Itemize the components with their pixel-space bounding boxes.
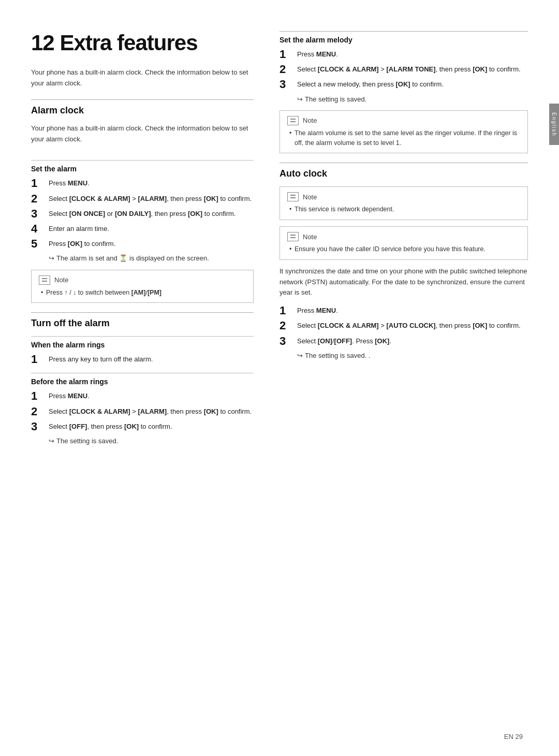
ac-step-text-3: Select [ON]/[OFF]. Press [OK]. — [297, 336, 528, 346]
bar-step-3-result: ↪ The setting is saved. — [49, 437, 254, 446]
auto-clock-note1-box: Note This service is network dependent. — [280, 186, 528, 220]
ac-step-num-2: 2 — [280, 319, 294, 332]
when-alarm-rings-title: When the alarm rings — [31, 336, 254, 349]
auto-clock-steps: 1 Press MENU. 2 Select [CLOCK & ALARM] >… — [280, 306, 528, 360]
bar-step-text-1: Press MENU. — [49, 391, 254, 401]
note-item: Press ↑ / ↓ to switch between [AM]/[PM] — [41, 288, 246, 298]
step-text-4: Enter an alarm time. — [49, 224, 254, 234]
bar-step-num-3: 3 — [31, 420, 46, 433]
note-header-melody: Note — [287, 116, 520, 125]
note-icon-ac2 — [287, 232, 299, 241]
ac-step-text-2: Select [CLOCK & ALARM] > [AUTO CLOCK], t… — [297, 321, 528, 331]
step-3: 3 Select [ON ONCE] or [ON DAILY], then p… — [31, 209, 254, 220]
note-item-ac1: This service is network dependent. — [289, 205, 520, 214]
step-5-result: ↪ The alarm is set and ⏳ is displayed on… — [49, 254, 254, 263]
when-alarm-rings-steps: 1 Press any key to turn off the alarm. — [31, 354, 254, 366]
right-column: Set the alarm melody 1 Press MENU. 2 Sel… — [274, 31, 528, 725]
alarm-clock-section-title: Alarm clock — [31, 99, 254, 116]
sam-step-num-2: 2 — [280, 63, 294, 76]
chapter-title: 12 Extra features — [31, 31, 254, 55]
arrow-symbol-ac: ↪ — [297, 351, 303, 360]
note-header: Note — [39, 275, 246, 285]
step-num-4: 4 — [31, 223, 46, 235]
sam-step-num-1: 1 — [280, 48, 294, 61]
step-num-2: 2 — [31, 193, 46, 205]
auto-clock-intro: It synchronizes the date and time on you… — [280, 266, 528, 298]
sam-step-1: 1 Press MENU. — [280, 49, 528, 61]
set-alarm-melody-title: Set the alarm melody — [280, 31, 528, 44]
sam-step-2: 2 Select [CLOCK & ALARM] > [ALARM TONE],… — [280, 64, 528, 76]
arrow-symbol-bar: ↪ — [49, 437, 54, 446]
step-5-result-text: The alarm is set and ⏳ is displayed on t… — [56, 254, 209, 263]
auto-clock-note2-box: Note Ensure you have the caller ID servi… — [280, 226, 528, 260]
alarm-melody-note-box: Note The alarm volume is set to the same… — [280, 110, 528, 154]
turn-off-alarm-title: Turn off the alarm — [31, 312, 254, 329]
sam-step-text-2: Select [CLOCK & ALARM] > [ALARM TONE], t… — [297, 64, 528, 75]
war-step-1: 1 Press any key to turn off the alarm. — [31, 354, 254, 366]
note-label-ac2: Note — [303, 233, 317, 241]
ac-step-3-result: ↪ The setting is saved. . — [297, 351, 528, 360]
note-label-ac1: Note — [303, 193, 317, 201]
note-header-ac2: Note — [287, 232, 520, 241]
note-header-ac1: Note — [287, 192, 520, 201]
sam-step-3: 3 Select a new melody, then press [OK] t… — [280, 79, 528, 91]
bar-result-text: The setting is saved. — [56, 437, 118, 446]
note-label-melody: Note — [303, 117, 317, 124]
ac-step-num-1: 1 — [280, 304, 294, 317]
before-alarm-rings-title: Before the alarm rings — [31, 373, 254, 386]
arrow-symbol: ↪ — [49, 254, 54, 263]
note-content-ac1: This service is network dependent. — [287, 205, 520, 214]
note-icon-ac1 — [287, 192, 299, 201]
set-alarm-melody-steps: 1 Press MENU. 2 Select [CLOCK & ALARM] >… — [280, 49, 528, 104]
bar-step-1: 1 Press MENU. — [31, 391, 254, 402]
note-item-ac2: Ensure you have the caller ID service be… — [289, 244, 520, 254]
sam-step-3-result: ↪ The setting is saved. — [297, 95, 528, 104]
ac-step-text-1: Press MENU. — [297, 306, 528, 316]
note-icon-melody — [287, 116, 299, 125]
ac-result-text: The setting is saved. . — [305, 351, 370, 360]
sam-step-text-1: Press MENU. — [297, 49, 528, 60]
note-item-melody: The alarm volume is set to the same leve… — [289, 128, 520, 148]
war-step-num-1: 1 — [31, 353, 46, 366]
sidebar-language-label: English — [549, 104, 559, 145]
bar-step-2: 2 Select [CLOCK & ALARM] > [ALARM], then… — [31, 406, 254, 418]
set-alarm-note-box: Note Press ↑ / ↓ to switch between [AM]/… — [31, 270, 254, 303]
step-num-3: 3 — [31, 208, 46, 220]
chapter-intro: Your phone has a built-in alarm clock. C… — [31, 67, 254, 89]
note-label: Note — [54, 276, 68, 284]
step-5: 5 Press [OK] to confirm. — [31, 239, 254, 250]
alarm-clock-intro: Your phone has a built-in alarm clock. C… — [31, 123, 254, 145]
step-1: 1 Press MENU. — [31, 178, 254, 190]
before-alarm-rings-steps: 1 Press MENU. 2 Select [CLOCK & ALARM] >… — [31, 391, 254, 446]
set-alarm-title: Set the alarm — [31, 160, 254, 173]
bar-step-num-2: 2 — [31, 405, 46, 418]
note-content-ac2: Ensure you have the caller ID service be… — [287, 244, 520, 254]
ac-step-3: 3 Select [ON]/[OFF]. Press [OK]. — [280, 336, 528, 347]
note-content: Press ↑ / ↓ to switch between [AM]/[PM] — [39, 288, 246, 298]
step-num-1: 1 — [31, 177, 46, 190]
note-icon — [39, 275, 50, 285]
page: English 12 Extra features Your phone has… — [0, 0, 559, 756]
bar-step-text-2: Select [CLOCK & ALARM] > [ALARM], then p… — [49, 406, 254, 417]
ac-step-1: 1 Press MENU. — [280, 306, 528, 317]
step-text-3: Select [ON ONCE] or [ON DAILY], then pre… — [49, 209, 254, 219]
left-column: 12 Extra features Your phone has a built… — [31, 31, 274, 725]
set-alarm-steps: 1 Press MENU. 2 Select [CLOCK & ALARM] >… — [31, 178, 254, 263]
sam-step-text-3: Select a new melody, then press [OK] to … — [297, 79, 528, 90]
step-text-2: Select [CLOCK & ALARM] > [ALARM], then p… — [49, 194, 254, 204]
ac-step-2: 2 Select [CLOCK & ALARM] > [AUTO CLOCK],… — [280, 321, 528, 332]
ac-step-num-3: 3 — [280, 335, 294, 347]
sam-step-num-3: 3 — [280, 78, 294, 91]
step-4: 4 Enter an alarm time. — [31, 224, 254, 235]
sam-result-text: The setting is saved. — [305, 95, 366, 104]
step-2: 2 Select [CLOCK & ALARM] > [ALARM], then… — [31, 194, 254, 205]
step-text-1: Press MENU. — [49, 178, 254, 188]
bar-step-num-1: 1 — [31, 390, 46, 402]
war-step-text-1: Press any key to turn off the alarm. — [49, 354, 254, 365]
step-text-5: Press [OK] to confirm. — [49, 239, 254, 249]
note-content-melody: The alarm volume is set to the same leve… — [287, 128, 520, 148]
bar-step-3: 3 Select [OFF], then press [OK] to confi… — [31, 421, 254, 433]
bar-step-text-3: Select [OFF], then press [OK] to confirm… — [49, 421, 254, 432]
arrow-symbol-sam: ↪ — [297, 95, 303, 104]
page-footer: EN 29 — [504, 733, 523, 740]
